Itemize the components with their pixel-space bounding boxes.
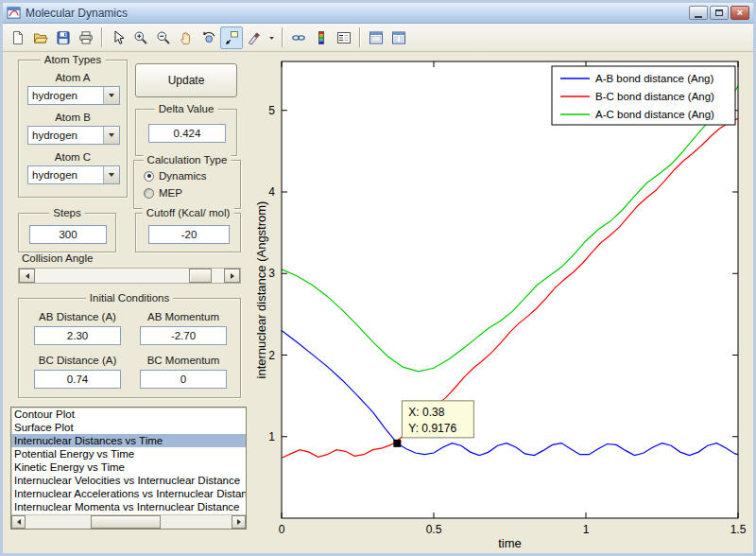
maximize-button[interactable] (710, 6, 729, 20)
list-item[interactable]: Kinetic Energy vs Time (11, 460, 246, 474)
insert-colorbar-icon[interactable] (310, 26, 333, 49)
chevron-down-icon[interactable] (103, 127, 119, 144)
initial-conditions-title: Initial Conditions (86, 292, 173, 304)
list-item[interactable]: Internuclear Distances vs Time (11, 434, 246, 447)
chevron-down-icon[interactable] (103, 166, 119, 183)
atom-b-label: Atom B (19, 112, 127, 123)
bc-momentum-input[interactable] (140, 370, 227, 389)
legend[interactable]: A-B bond distance (Ang)B-C bond distance… (552, 66, 735, 125)
zoom-in-icon[interactable] (129, 26, 152, 49)
list-item[interactable]: Internuclear Velocities vs Internuclear … (11, 474, 246, 487)
maximize-icon (715, 9, 723, 16)
steps-input[interactable] (29, 225, 107, 244)
atom-types-title: Atom Types (41, 54, 106, 66)
show-plot-tools-glyph (391, 30, 406, 45)
left-arrow-icon (26, 273, 29, 279)
new-document-icon[interactable] (7, 26, 29, 49)
listbox-hscrollbar[interactable] (11, 514, 246, 529)
delta-value-input[interactable] (148, 124, 226, 143)
left-arrow-icon (17, 519, 21, 525)
y-tick-label: 4 (268, 185, 275, 199)
close-icon: × (737, 8, 743, 18)
toolbar-separator (282, 27, 284, 47)
calculation-type-title: Calculation Type (144, 154, 232, 166)
brush-glyph (247, 30, 262, 45)
cutoff-input[interactable] (148, 225, 230, 244)
plot-type-listbox[interactable]: Contour PlotSurface PlotInternuclear Dis… (10, 407, 247, 530)
collision-angle-slider[interactable] (18, 268, 241, 284)
x-tick-label: 1.5 (730, 523, 747, 536)
ab-distance-input[interactable] (34, 326, 121, 345)
data-tip-marker[interactable] (393, 440, 401, 447)
window-icon[interactable] (7, 6, 21, 20)
list-item[interactable]: Internuclear Momenta vs Internuclear Dis… (11, 500, 246, 513)
print-glyph (78, 30, 94, 45)
window-controls: × (689, 6, 749, 20)
close-button[interactable]: × (730, 6, 749, 20)
data-tip-x: X: 0.38 (408, 406, 444, 419)
radio-icon (144, 188, 154, 199)
slider-thumb[interactable] (189, 269, 212, 283)
hscroll-right-arrow[interactable] (232, 515, 246, 529)
save-icon[interactable] (52, 26, 75, 49)
data-tip-y: Y: 0.9176 (408, 422, 456, 435)
legend-label: B-C bond distance (Ang) (595, 91, 714, 102)
hide-plot-tools-icon[interactable] (365, 26, 387, 49)
atom-a-value: hydrogen (28, 90, 103, 101)
right-arrow-icon (237, 519, 241, 525)
brush-dropdown-icon[interactable] (266, 26, 278, 49)
data-cursor-icon[interactable] (220, 26, 243, 49)
y-tick-label: 1 (268, 430, 275, 443)
x-tick-label: 1 (583, 523, 590, 536)
plot-area[interactable]: 00.511.512345timeinternuclear distance (… (256, 52, 756, 556)
radio-dynamics[interactable]: Dynamics (144, 170, 206, 182)
atom-c-value: hydrogen (28, 169, 103, 181)
slider-left-arrow[interactable] (19, 269, 35, 283)
insert-legend-glyph (336, 30, 352, 45)
open-file-glyph (33, 30, 48, 45)
link-plots-icon[interactable] (287, 26, 310, 49)
steps-panel: Steps (18, 213, 116, 252)
atom-c-label: Atom C (19, 151, 127, 163)
pan-hand-icon[interactable] (175, 26, 198, 49)
radio-mep[interactable]: MEP (144, 187, 182, 199)
save-glyph (56, 30, 71, 45)
insert-legend-icon[interactable] (333, 26, 355, 49)
title-bar[interactable]: Molecular Dynamics × (3, 3, 753, 24)
atom-b-select[interactable]: hydrogen (27, 126, 120, 145)
atom-c-select[interactable]: hydrogen (27, 165, 120, 184)
right-arrow-icon (231, 273, 234, 279)
figure-toolbar (3, 24, 753, 52)
hscroll-thumb[interactable] (91, 515, 161, 529)
rotate-3d-icon[interactable] (198, 26, 220, 49)
list-item[interactable]: Potential Energy vs Time (11, 447, 246, 460)
bc-distance-input[interactable] (34, 370, 121, 389)
atom-b-value: hydrogen (28, 130, 103, 141)
radio-dynamics-label: Dynamics (159, 170, 206, 182)
show-plot-tools-icon[interactable] (387, 26, 410, 49)
atom-a-select[interactable]: hydrogen (27, 86, 120, 105)
hscroll-left-arrow[interactable] (11, 515, 26, 529)
legend-label: A-B bond distance (Ang) (595, 73, 713, 84)
bc-distance-label: BC Distance (A) (34, 355, 121, 366)
chevron-down-icon[interactable] (103, 87, 119, 104)
delta-value-panel: Delta Value (135, 109, 237, 156)
toolbar-separator (359, 27, 361, 47)
brush-icon[interactable] (243, 26, 266, 49)
update-button[interactable]: Update (135, 63, 237, 97)
listbox-items: Contour PlotSurface PlotInternuclear Dis… (11, 408, 246, 513)
new-document-glyph (10, 30, 26, 45)
minimize-button[interactable] (689, 6, 708, 20)
list-item[interactable]: Contour Plot (11, 408, 246, 421)
zoom-out-icon[interactable] (152, 26, 175, 49)
list-item[interactable]: Internuclear Accelerations vs Internucle… (11, 487, 246, 500)
atom-types-panel: Atom Types Atom A hydrogen Atom B hydrog… (18, 60, 128, 198)
edit-plot-arrow-icon[interactable] (107, 26, 129, 49)
open-file-icon[interactable] (29, 26, 52, 49)
chevron-glyph (109, 133, 114, 137)
slider-right-arrow[interactable] (224, 269, 240, 283)
ab-momentum-input[interactable] (140, 326, 227, 345)
x-axis-label: time (498, 536, 522, 550)
print-icon[interactable] (75, 26, 97, 49)
list-item[interactable]: Surface Plot (11, 421, 246, 434)
